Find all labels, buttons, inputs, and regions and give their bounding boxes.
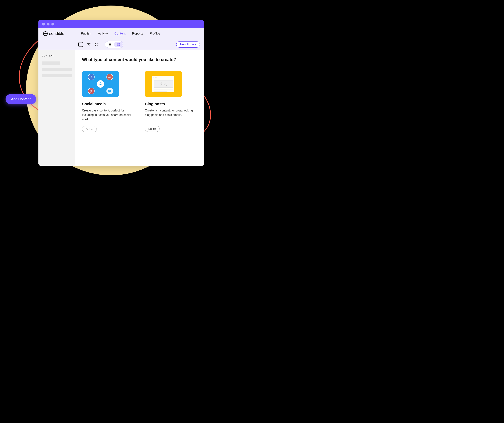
main-content: What type of content would you like to c… — [75, 50, 204, 166]
brand-logo[interactable]: sendible — [43, 31, 64, 36]
svg-rect-4 — [117, 43, 118, 44]
content-type-card-social: f g+ p Social media Create basi — [82, 71, 134, 132]
sidebar-placeholder — [42, 68, 72, 71]
select-all-checkbox[interactable] — [78, 42, 83, 47]
blog-post-illustration — [145, 71, 182, 97]
add-content-button[interactable]: Add Content — [6, 94, 36, 104]
page-heading: What type of content would you like to c… — [82, 57, 197, 62]
nav-content[interactable]: Content — [114, 32, 126, 35]
twitter-icon — [106, 88, 113, 94]
view-toggle — [105, 41, 123, 48]
person-icon — [97, 80, 104, 88]
list-view-button[interactable] — [106, 42, 114, 47]
card-title: Social media — [82, 102, 134, 106]
nav-activity[interactable]: Activity — [98, 32, 108, 35]
social-media-illustration: f g+ p — [82, 71, 119, 97]
brand-name: sendible — [49, 31, 64, 36]
svg-rect-6 — [117, 45, 118, 46]
app-window: sendible Publish Activity Content Report… — [38, 20, 204, 166]
window-dot-icon — [51, 23, 54, 25]
facebook-icon: f — [88, 74, 95, 80]
nav-reports[interactable]: Reports — [132, 32, 143, 35]
pinterest-icon: p — [88, 88, 95, 94]
card-title: Blog posts — [145, 102, 197, 106]
card-description: Create rich content, for great-looking b… — [145, 108, 197, 121]
content-type-card-blog: Blog posts Create rich content, for grea… — [145, 71, 197, 132]
top-nav: sendible Publish Activity Content Report… — [38, 28, 204, 39]
sendible-logo-icon — [43, 31, 48, 36]
sidebar: CONTENT — [38, 50, 75, 166]
delete-icon[interactable] — [87, 42, 91, 47]
select-blog-posts-button[interactable]: Select — [145, 126, 160, 132]
svg-rect-7 — [119, 45, 120, 46]
sidebar-placeholder — [42, 74, 72, 77]
sidebar-title: CONTENT — [42, 54, 72, 57]
window-dot-icon — [47, 23, 49, 25]
sidebar-placeholder — [42, 61, 60, 65]
google-plus-icon: g+ — [106, 74, 113, 80]
window-titlebar — [38, 20, 204, 28]
nav-profiles[interactable]: Profiles — [150, 32, 160, 35]
nav-publish[interactable]: Publish — [81, 32, 91, 35]
refresh-icon[interactable] — [95, 42, 99, 47]
card-description: Create basic content, perfect for includ… — [82, 108, 134, 122]
select-social-media-button[interactable]: Select — [82, 126, 97, 132]
window-dot-icon — [42, 23, 45, 25]
new-library-button[interactable]: New library — [176, 41, 200, 48]
svg-point-8 — [100, 83, 101, 84]
svg-point-9 — [161, 83, 162, 84]
content-toolbar: New library — [38, 39, 204, 50]
svg-rect-5 — [119, 43, 120, 44]
grid-view-button[interactable] — [114, 42, 123, 47]
